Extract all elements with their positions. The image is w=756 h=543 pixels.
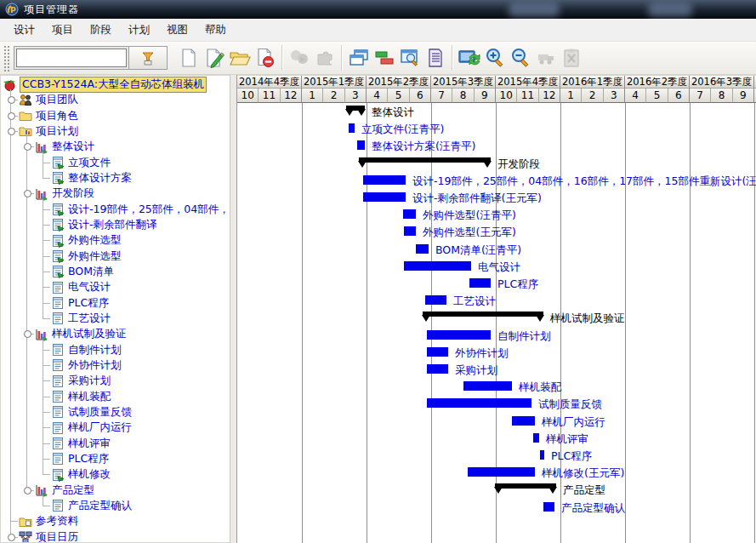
task-bar-11[interactable] bbox=[425, 295, 446, 305]
tree-item-21[interactable]: 试制质量反馈 bbox=[51, 404, 132, 420]
task-bar-16[interactable] bbox=[463, 381, 512, 391]
task-bar-19[interactable] bbox=[533, 433, 539, 443]
cascade-windows-button[interactable] bbox=[346, 44, 372, 71]
tree-item-1[interactable]: 项目团队 bbox=[19, 92, 78, 108]
task-bar-15[interactable] bbox=[427, 364, 448, 374]
tree-item-7[interactable]: 开发阶段 bbox=[35, 186, 94, 202]
task-bar-6[interactable] bbox=[403, 209, 416, 219]
refresh-view-button[interactable] bbox=[457, 44, 482, 71]
tree-item-label: 样机装配 bbox=[68, 390, 111, 404]
task-bar-5[interactable] bbox=[363, 192, 406, 202]
task-bar-21[interactable] bbox=[468, 467, 535, 477]
filter-button[interactable] bbox=[128, 47, 167, 69]
tree-item-label: 项目角色 bbox=[36, 109, 78, 123]
task-bar-1[interactable] bbox=[349, 123, 355, 133]
tree-connector bbox=[43, 397, 50, 397]
menu-item-5[interactable]: 帮助 bbox=[196, 20, 235, 40]
task-bar-10[interactable] bbox=[469, 278, 491, 288]
summary-bar-12[interactable] bbox=[423, 312, 543, 317]
tree-item-27[interactable]: 产品定型确认 bbox=[51, 498, 132, 514]
report-button[interactable] bbox=[423, 44, 448, 71]
zoom-out-button[interactable] bbox=[508, 44, 533, 71]
tree-toggle[interactable] bbox=[24, 190, 31, 197]
tree-item-25[interactable]: 样机修改 bbox=[51, 466, 111, 483]
tree-item-12[interactable]: BOM清单 bbox=[51, 264, 114, 280]
new-document-button[interactable] bbox=[176, 44, 202, 71]
tree-toggle[interactable] bbox=[8, 112, 15, 120]
tree-toggle[interactable] bbox=[24, 143, 31, 151]
quarter-column: 2015年2季度456 bbox=[367, 76, 431, 103]
zoom-in-button[interactable] bbox=[482, 44, 508, 71]
tree-item-24[interactable]: PLC程序 bbox=[51, 451, 109, 467]
tree-item-3[interactable]: 项目计划 bbox=[19, 123, 78, 140]
task-bar-17[interactable] bbox=[427, 398, 531, 408]
open-folder-button[interactable] bbox=[227, 44, 253, 71]
quarter-column: 2015年3季度789 bbox=[431, 76, 496, 103]
tree-connector bbox=[43, 225, 50, 226]
tree-item-26[interactable]: 产品定型 bbox=[35, 483, 94, 499]
bar-label: PLC程序 bbox=[551, 449, 592, 462]
task-bar-14[interactable] bbox=[427, 347, 448, 357]
task-bar-18[interactable] bbox=[512, 416, 535, 426]
titlebar-decoration bbox=[648, 3, 692, 17]
tree-item-15[interactable]: 工艺设计 bbox=[51, 311, 111, 327]
tree-item-18[interactable]: 外协件计划 bbox=[51, 357, 122, 374]
task-bar-8[interactable] bbox=[416, 244, 429, 254]
tree-toggle[interactable] bbox=[24, 330, 31, 338]
delete-document-button[interactable] bbox=[253, 44, 278, 71]
tree-item-11[interactable]: 外购件选型 bbox=[51, 249, 122, 265]
tree-item-19[interactable]: 采购计划 bbox=[51, 373, 111, 389]
task-bar-7[interactable] bbox=[404, 226, 416, 236]
tree-item-9[interactable]: 设计-剩余部件翻译 bbox=[51, 217, 157, 233]
menu-item-2[interactable]: 阶段 bbox=[82, 20, 120, 40]
quarter-gridline bbox=[367, 103, 367, 543]
menu-item-1[interactable]: 项目 bbox=[43, 20, 82, 40]
tree-item-23[interactable]: 样机评审 bbox=[51, 436, 111, 452]
tree-item-28[interactable]: 参考资料 bbox=[19, 513, 78, 529]
tree-item-20[interactable]: 样机装配 bbox=[51, 389, 111, 405]
tree-item-14[interactable]: PLC程序 bbox=[51, 295, 109, 312]
search-input[interactable] bbox=[16, 49, 127, 67]
print-preview-button[interactable] bbox=[397, 44, 423, 71]
menu-item-0[interactable]: 设计 bbox=[5, 20, 43, 40]
task-bar-4[interactable] bbox=[363, 175, 406, 185]
task-bar-23[interactable] bbox=[543, 502, 554, 512]
bar-label: 自制件计划 bbox=[497, 329, 551, 342]
summary-bar-3[interactable] bbox=[359, 157, 491, 163]
menu-item-3[interactable]: 计划 bbox=[120, 20, 158, 40]
month-label: 4 bbox=[625, 89, 646, 103]
tree-toggle[interactable] bbox=[24, 487, 31, 494]
tree-item-29[interactable]: 项目日历 bbox=[19, 529, 78, 543]
plugin-icon bbox=[314, 48, 336, 68]
tree-item-10[interactable]: 外购件选型 bbox=[51, 232, 122, 249]
edit-document-button[interactable] bbox=[202, 44, 227, 71]
tree-toggle[interactable] bbox=[8, 128, 15, 135]
tree-item-13[interactable]: 电气设计 bbox=[51, 279, 111, 295]
task-bar-9[interactable] bbox=[404, 261, 471, 271]
summary-bar-0[interactable] bbox=[346, 106, 365, 111]
tree-item-0[interactable]: CCB3-Y1524A:大型全自动芯体组装机 bbox=[3, 77, 207, 93]
gantt-view-button[interactable] bbox=[372, 44, 397, 71]
task-bar-20[interactable] bbox=[540, 450, 544, 460]
tree-connector bbox=[43, 443, 50, 444]
tree-item-17[interactable]: 自制件计划 bbox=[51, 342, 122, 358]
menu-item-4[interactable]: 视图 bbox=[158, 20, 196, 40]
tree-item-6[interactable]: 整体设计方案 bbox=[51, 170, 132, 186]
tree-item-16[interactable]: 样机试制及验证 bbox=[35, 326, 127, 342]
tree-item-2[interactable]: 项目角色 bbox=[19, 108, 78, 124]
panel-splitter[interactable] bbox=[230, 75, 237, 543]
month-label: 4 bbox=[367, 89, 388, 103]
tree-item-5[interactable]: 立项文件 bbox=[51, 155, 111, 171]
tree-item-4[interactable]: 整体设计 bbox=[35, 139, 94, 155]
toolbar-grip[interactable] bbox=[3, 44, 10, 71]
task-bar-13[interactable] bbox=[427, 330, 491, 340]
tree-toggle[interactable] bbox=[8, 534, 15, 541]
bar-label: 开发阶段 bbox=[497, 157, 540, 170]
tree-item-8[interactable]: 设计-19部件，25部件，04部件，16部件，17部件，15部件重新设计 bbox=[51, 202, 230, 218]
tree-toggle[interactable] bbox=[8, 96, 15, 104]
task-bar-2[interactable] bbox=[357, 140, 365, 150]
folder-icon bbox=[19, 109, 32, 123]
summary-bar-22[interactable] bbox=[495, 483, 556, 489]
tree-item-22[interactable]: 样机厂内运行 bbox=[51, 420, 132, 436]
project-icon bbox=[3, 78, 16, 92]
